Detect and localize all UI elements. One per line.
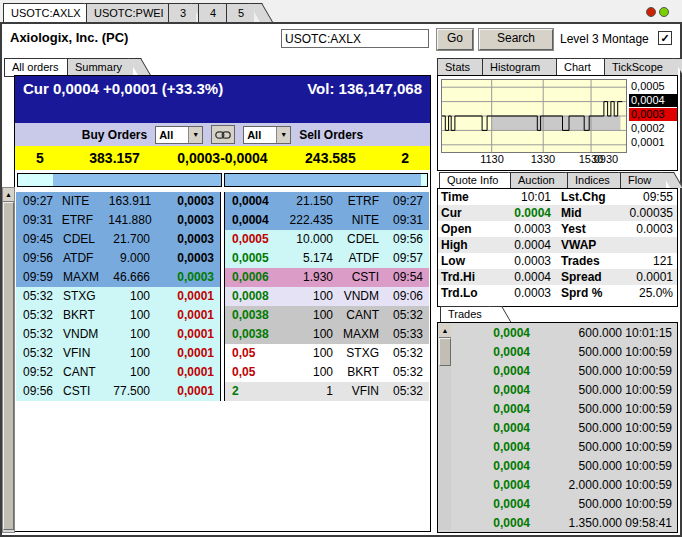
tab-4[interactable]: 4	[198, 3, 226, 23]
sell-order-row[interactable]: 0,0008100VNDM09:06	[225, 287, 429, 306]
buy-orders-label: Buy Orders	[82, 128, 147, 142]
market-maker-id: BKRT	[63, 306, 111, 325]
quote-label: Time	[438, 189, 489, 205]
sell-orders-filter[interactable]: All ▼	[243, 126, 291, 144]
sell-order-row[interactable]: 0,00055.174ATDF09:57	[225, 249, 429, 268]
buy-order-row[interactable]: 09:52CANT1000,0001	[16, 363, 220, 382]
trade-row[interactable]: 0,0004500.00010:00:59	[452, 438, 677, 457]
sell-order-row[interactable]: 0,000510.000CDEL09:56	[225, 230, 429, 249]
scrollbar-thumb[interactable]	[439, 338, 451, 366]
trade-size: 500.000	[530, 362, 622, 381]
tab-trades[interactable]: Trades	[440, 306, 494, 323]
tab-5[interactable]: 5	[226, 3, 254, 23]
order-time: 09:45	[16, 230, 63, 249]
trade-price: 0,0004	[452, 495, 530, 514]
scrollbar-thumb[interactable]	[3, 202, 14, 530]
order-time: 09:31	[16, 211, 62, 230]
sell-order-row[interactable]: 0,000421.150ETRF09:27	[225, 192, 429, 211]
market-maker-id: ATDF	[63, 249, 111, 268]
tab-label: Chart	[564, 61, 591, 73]
trade-price: 0,0004	[452, 419, 530, 438]
order-book-scrollbar[interactable]: ▲	[2, 187, 15, 533]
go-button[interactable]: Go	[437, 29, 473, 50]
tab-label: 4	[210, 7, 216, 19]
order-price: 0,0001	[162, 287, 220, 306]
trade-time: 10:00:59	[622, 343, 677, 362]
trade-row[interactable]: 0,0004500.00010:00:59	[452, 400, 677, 419]
order-price: 0,0004	[225, 211, 288, 230]
buy-order-row[interactable]: 09:56CSTI77.5000,0001	[16, 382, 220, 401]
market-maker-id: NITE	[62, 192, 109, 211]
level3-checkbox[interactable]: ✓	[658, 31, 672, 45]
sell-order-row[interactable]: 0,0038100MAXM05:33	[225, 325, 429, 344]
order-time: 09:06	[379, 287, 429, 306]
order-time: 05:32	[16, 325, 63, 344]
current-price-text: Cur 0,0004 +0,0001 (+33.3%)	[23, 80, 223, 97]
buy-orders-filter[interactable]: All ▼	[155, 126, 203, 144]
sell-order-row[interactable]: 0,0038100CANT05:32	[225, 306, 429, 325]
trade-row[interactable]: 0,0004500.00010:00:59	[452, 495, 677, 514]
quote-label: Trd.Lo	[438, 285, 489, 301]
buy-order-row[interactable]: 09:45CDEL21.7000,0003	[16, 230, 220, 249]
trade-size: 500.000	[530, 438, 622, 457]
buy-order-row[interactable]: 09:59MAXM46.6660,0003	[16, 268, 220, 287]
trade-row[interactable]: 0,0004500.00010:00:59	[452, 419, 677, 438]
tab-quote-info[interactable]: Quote Info	[439, 172, 513, 189]
buy-order-row[interactable]: 09:31ETRF141.8800,0003	[16, 211, 220, 230]
trade-price: 0,0004	[452, 381, 530, 400]
order-size: 5.174	[288, 249, 333, 268]
sell-order-row[interactable]: 0,05100STXG05:32	[225, 344, 429, 363]
trade-row[interactable]: 0,0004500.00010:00:59	[452, 381, 677, 400]
order-size: 100	[111, 344, 162, 363]
trades-scrollbar[interactable]: ▲	[439, 324, 451, 530]
order-size: 77.500	[111, 382, 162, 401]
buy-order-row[interactable]: 05:32BKRT1000,0001	[16, 306, 220, 325]
order-size: 21.700	[111, 230, 162, 249]
quote-label: Low	[438, 253, 489, 269]
trade-row[interactable]: 0,00041.350.00009:58:41	[452, 514, 677, 533]
tab-usotc-pwei[interactable]: USOTC:PWEI	[86, 3, 170, 23]
quote-label: Open	[438, 221, 489, 237]
search-button[interactable]: Search	[479, 29, 553, 50]
scroll-up-icon[interactable]: ▲	[439, 324, 451, 338]
trade-size: 500.000	[530, 457, 622, 476]
buy-order-row[interactable]: 05:32VNDM1000,0001	[16, 325, 220, 344]
tab-label: Auction	[518, 174, 555, 186]
trade-row[interactable]: 0,0004500.00010:00:59	[452, 457, 677, 476]
market-maker-id: CDEL	[333, 230, 379, 249]
trade-price: 0,0004	[452, 476, 530, 495]
sell-order-row[interactable]: 0,00061.930CSTI09:54	[225, 268, 429, 287]
trade-row[interactable]: 0,0004500.00010:00:59	[452, 362, 677, 381]
tab-label: Quote Info	[447, 174, 498, 186]
buy-order-row[interactable]: 05:32VFIN1000,0001	[16, 344, 220, 363]
tab-3[interactable]: 3	[168, 3, 196, 23]
market-maker-id: CSTI	[63, 382, 111, 401]
trade-row[interactable]: 0,0004500.00010:00:59	[452, 343, 677, 362]
trade-row[interactable]: 0,00042.000.00010:00:59	[452, 476, 677, 495]
tab-label: USOTC:AXLX	[11, 7, 81, 19]
quote-label: Sprd %	[551, 285, 623, 301]
order-time: 09:31	[379, 211, 429, 230]
tab-auction[interactable]: Auction	[510, 172, 570, 189]
symbol-input[interactable]	[281, 29, 429, 48]
buy-order-row[interactable]: 09:27NITE163.9110,0003	[16, 192, 220, 211]
sell-order-row[interactable]: 0,0004222.435NITE09:31	[225, 211, 429, 230]
bid-mm-count: 5	[15, 150, 65, 166]
link-orders-button[interactable]	[211, 125, 235, 144]
scroll-up-icon[interactable]: ▲	[3, 188, 14, 202]
x-axis-tick: 0930	[590, 153, 622, 165]
order-size: 9.000	[111, 249, 162, 268]
tab-flow[interactable]: Flow	[620, 172, 666, 189]
sell-order-row[interactable]: 21VFIN05:32	[225, 382, 429, 401]
tab-usotc-axlx[interactable]: USOTC:AXLX	[3, 3, 89, 23]
buy-order-row[interactable]: 09:56ATDF9.0000,0003	[16, 249, 220, 268]
quote-label: Trd.Hi	[438, 269, 489, 285]
buy-order-row[interactable]: 05:32STXG1000,0001	[16, 287, 220, 306]
market-maker-id: VFIN	[63, 344, 111, 363]
order-time: 09:59	[16, 268, 63, 287]
sell-order-row[interactable]: 0,05100BKRT05:32	[225, 363, 429, 382]
trade-price: 0,0004	[452, 400, 530, 419]
tab-indices[interactable]: Indices	[567, 172, 623, 189]
trade-time: 10:00:59	[622, 438, 677, 457]
trade-row[interactable]: 0,0004600.00010:01:15	[452, 324, 677, 343]
